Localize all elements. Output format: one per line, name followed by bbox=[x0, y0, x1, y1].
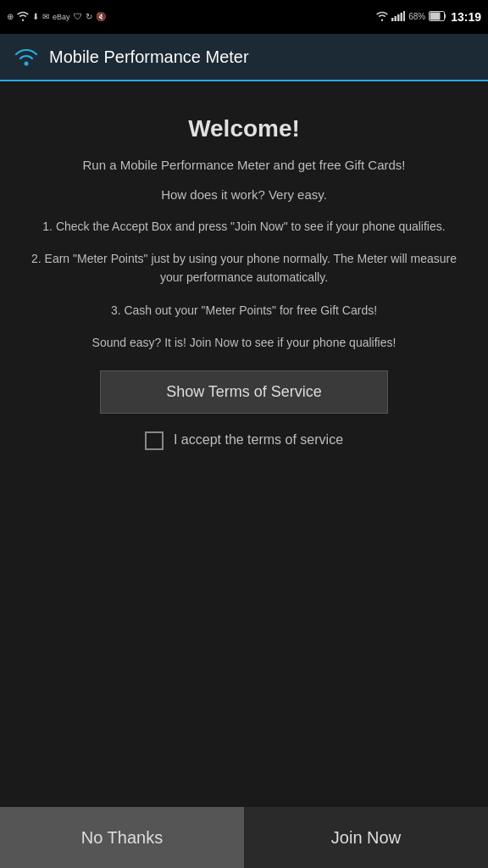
shield-icon: 🛡 bbox=[74, 13, 82, 21]
how-it-works-label: How does it work? Very easy. bbox=[161, 187, 327, 202]
no-thanks-button[interactable]: No Thanks bbox=[0, 807, 244, 868]
show-tos-button[interactable]: Show Terms of Service bbox=[100, 370, 388, 414]
mail-icon: ✉ bbox=[42, 13, 49, 21]
main-content: Welcome! Run a Mobile Performance Meter … bbox=[0, 81, 488, 807]
status-left-icons: ⊕ ⬇ ✉ eBay 🛡 ↻ 🔇 bbox=[7, 11, 106, 23]
accept-checkbox[interactable] bbox=[145, 431, 164, 450]
ebay-icon: eBay bbox=[53, 14, 70, 21]
svg-rect-6 bbox=[430, 13, 441, 20]
tagline: Run a Mobile Performance Meter and get f… bbox=[82, 156, 405, 175]
cta-text: Sound easy? It is! Join Now to see if yo… bbox=[92, 333, 396, 352]
status-right-icons: 68% 13:19 bbox=[376, 10, 481, 24]
accept-row: I accept the terms of service bbox=[145, 431, 343, 449]
svg-rect-1 bbox=[395, 16, 397, 21]
app-bar: Mobile Performance Meter bbox=[0, 34, 488, 81]
status-bar: ⊕ ⬇ ✉ eBay 🛡 ↻ 🔇 bbox=[0, 0, 488, 34]
app-title: Mobile Performance Meter bbox=[49, 47, 249, 67]
step-3: 3. Cash out your "Meter Points" for free… bbox=[111, 301, 377, 320]
join-now-button[interactable]: Join Now bbox=[244, 807, 488, 868]
cell-signal-icon bbox=[391, 11, 405, 23]
welcome-title: Welcome! bbox=[188, 115, 300, 142]
download-icon: ⬇ bbox=[32, 13, 39, 21]
svg-point-7 bbox=[25, 62, 29, 66]
bottom-bar: No Thanks Join Now bbox=[0, 807, 488, 868]
status-time: 13:19 bbox=[451, 10, 481, 24]
accept-label[interactable]: I accept the terms of service bbox=[174, 431, 343, 449]
battery-percentage: 68% bbox=[408, 13, 425, 21]
mute-icon: 🔇 bbox=[96, 13, 106, 21]
step-1: 1. Check the Accept Box and press "Join … bbox=[42, 217, 445, 236]
step-2: 2. Earn "Meter Points" just by using you… bbox=[20, 249, 468, 287]
wifi-status-icon bbox=[17, 11, 29, 23]
signal-wifi-icon bbox=[376, 11, 388, 23]
refresh-icon: ↻ bbox=[86, 13, 92, 21]
svg-rect-0 bbox=[391, 18, 394, 21]
svg-rect-4 bbox=[403, 11, 405, 21]
add-icon: ⊕ bbox=[7, 13, 14, 21]
svg-rect-3 bbox=[401, 13, 403, 21]
svg-rect-2 bbox=[397, 14, 400, 21]
app-wifi-icon bbox=[14, 47, 39, 67]
battery-icon bbox=[429, 11, 447, 23]
